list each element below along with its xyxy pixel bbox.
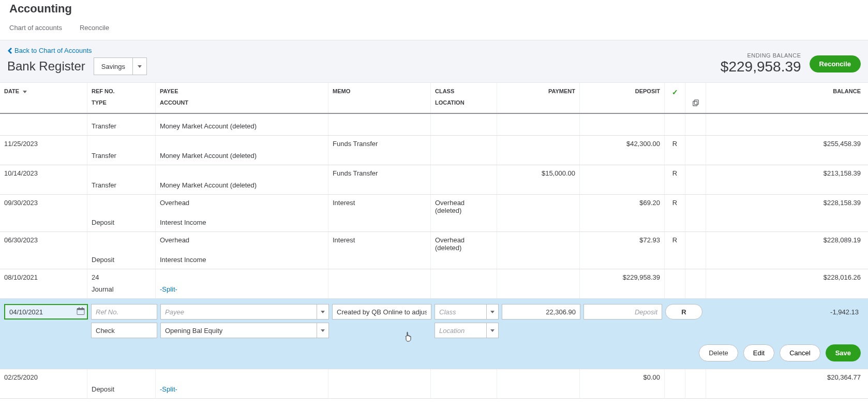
cell-class <box>430 369 497 385</box>
cell-location <box>430 385 497 398</box>
cell-reconciled <box>664 369 685 385</box>
cell-date: 06/30/2023 <box>0 232 87 256</box>
cell-date <box>0 114 87 122</box>
edit-button[interactable]: Edit <box>743 344 774 361</box>
table-row[interactable]: 11/25/2023 Funds Transfer $42,300.00 R $… <box>0 136 868 165</box>
cell-date: 11/25/2023 <box>0 136 87 152</box>
cell-payee <box>155 114 328 122</box>
account-select-dropdown-button[interactable] <box>132 57 147 75</box>
cell-account: Interest Income <box>155 219 328 231</box>
table-row[interactable]: 02/25/2020 $0.00 $20,364.77 Deposit -Spl… <box>0 369 868 399</box>
cell-class: Overhead (deleted) <box>430 195 497 219</box>
header-deposit[interactable]: DEPOSIT <box>579 83 664 113</box>
ending-balance-label: ENDING BALANCE <box>721 52 801 59</box>
table-row[interactable]: 09/30/2023 Overhead Interest Overhead (d… <box>0 195 868 232</box>
cell-payment <box>497 232 579 256</box>
cell-attachment <box>685 195 706 219</box>
edit-class-combo[interactable] <box>435 304 499 320</box>
edit-location-combo[interactable] <box>435 323 499 338</box>
cell-reconciled: R <box>664 232 685 256</box>
cell-reconciled: R <box>664 195 685 219</box>
cell-payee <box>155 269 328 285</box>
header-class-location[interactable]: CLASS LOCATION <box>430 83 497 113</box>
edit-account-dropdown[interactable] <box>317 323 329 338</box>
table-row[interactable]: 10/14/2023 Funds Transfer $15,000.00 R $… <box>0 165 868 195</box>
cell-type: Deposit <box>87 385 155 398</box>
cell-memo: Interest <box>328 195 430 219</box>
svg-rect-4 <box>79 308 80 309</box>
edit-memo-input[interactable] <box>332 304 431 320</box>
edit-account-input[interactable] <box>160 323 317 338</box>
caret-down-icon <box>321 311 325 313</box>
edit-payee-input[interactable] <box>160 304 317 320</box>
cell-location <box>430 285 497 298</box>
back-to-chart-link[interactable]: Back to Chart of Accounts <box>7 47 147 54</box>
edit-payee-dropdown[interactable] <box>317 304 329 320</box>
cell-class <box>430 165 497 181</box>
edit-deposit-input[interactable] <box>583 304 662 320</box>
tab-chart-of-accounts[interactable]: Chart of accounts <box>9 24 62 33</box>
header-reconciled[interactable]: ✓ <box>664 83 685 113</box>
cell-payment <box>497 114 579 122</box>
header-payment[interactable]: PAYMENT <box>497 83 579 113</box>
cell-reconciled: R <box>664 165 685 181</box>
cell-payee: Overhead <box>155 195 328 219</box>
calendar-icon[interactable] <box>77 307 85 317</box>
edit-location-input[interactable] <box>435 323 486 338</box>
edit-class-input[interactable] <box>435 304 486 320</box>
header-balance[interactable]: BALANCE <box>706 83 868 113</box>
cell-payee <box>155 369 328 385</box>
cursor-pointer-icon <box>405 331 413 342</box>
tab-reconcile[interactable]: Reconcile <box>80 24 109 33</box>
cell-ref: 24 <box>87 269 155 285</box>
account-select[interactable]: Savings <box>94 57 147 75</box>
cell-attachment <box>685 269 706 285</box>
cell-balance: $228,016.26 <box>706 269 868 285</box>
edit-ref-input[interactable] <box>91 304 157 320</box>
cell-type: Transfer <box>87 152 155 165</box>
cell-location <box>430 122 497 135</box>
table-row[interactable]: 08/10/2021 24 $229,958.39 $228,016.26 Jo… <box>0 269 868 299</box>
cell-date: 09/30/2023 <box>0 195 87 219</box>
edit-reconciled-toggle[interactable]: R <box>665 304 702 320</box>
header-date[interactable]: DATE <box>0 83 87 113</box>
edit-account-combo[interactable] <box>160 323 329 338</box>
header-payee-account[interactable]: PAYEE ACCOUNT <box>155 83 328 113</box>
cell-balance: $228,089.19 <box>706 232 868 256</box>
save-button[interactable]: Save <box>826 344 861 361</box>
header-memo[interactable]: MEMO <box>328 83 430 113</box>
cell-type: Deposit <box>87 219 155 231</box>
reconcile-button[interactable]: Reconcile <box>810 55 861 73</box>
svg-rect-5 <box>82 308 83 309</box>
delete-button[interactable]: Delete <box>699 344 738 361</box>
edit-class-dropdown[interactable] <box>486 304 499 320</box>
table-row[interactable]: Transfer Money Market Account (deleted) <box>0 114 868 136</box>
table-row[interactable]: 06/30/2023 Overhead Interest Overhead (d… <box>0 232 868 269</box>
edit-date-input[interactable] <box>4 304 88 320</box>
edit-date-field[interactable] <box>4 304 88 320</box>
edit-location-dropdown[interactable] <box>486 323 499 338</box>
header-attachment[interactable] <box>685 83 706 113</box>
svg-rect-0 <box>693 102 697 106</box>
cell-memo <box>328 369 430 385</box>
split-link[interactable]: -Split- <box>160 385 177 393</box>
cell-balance: $228,158.39 <box>706 195 868 219</box>
header-ref-type[interactable]: REF NO. TYPE <box>87 83 155 113</box>
edit-payee-combo[interactable] <box>160 304 329 320</box>
cell-attachment <box>685 232 706 256</box>
cell-class <box>430 114 497 122</box>
caret-down-icon <box>490 329 495 332</box>
cell-ref <box>87 232 155 256</box>
cancel-button[interactable]: Cancel <box>780 344 820 361</box>
svg-rect-3 <box>77 309 84 310</box>
cell-memo <box>328 114 430 122</box>
cell-attachment <box>685 136 706 152</box>
cell-reconciled: R <box>664 136 685 152</box>
cell-payee <box>155 136 328 152</box>
split-link[interactable]: -Split- <box>160 285 177 293</box>
chevron-left-icon <box>7 48 12 54</box>
cell-memo <box>328 269 430 285</box>
edit-payment-input[interactable] <box>502 304 580 320</box>
cell-type: Journal <box>87 285 155 298</box>
cell-memo: Funds Transfer <box>328 165 430 181</box>
